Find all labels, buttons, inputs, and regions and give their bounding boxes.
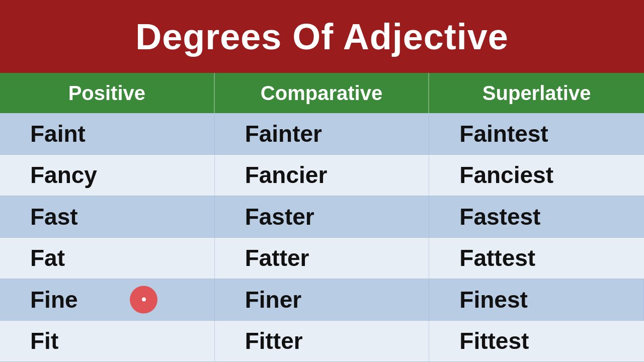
table-row: FineFinerFinest (0, 279, 644, 321)
title-bar: Degrees Of Adjective (0, 0, 644, 73)
table-row: FancyFancierFanciest (0, 155, 644, 197)
table-row: FatFatterFattest (0, 238, 644, 280)
table-row: FaintFainterFaintest (0, 113, 644, 155)
cell-superlative: Fattest (429, 238, 644, 279)
table-row: FitFitterFittest (0, 321, 644, 363)
cell-comparative: Fitter (215, 321, 430, 362)
table-row: FastFasterFastest (0, 196, 644, 238)
cell-positive: Fancy (0, 155, 215, 196)
header-superlative: Superlative (429, 73, 644, 113)
cell-superlative: Fittest (429, 321, 644, 362)
adjective-table: Positive Comparative Superlative FaintFa… (0, 73, 644, 362)
cell-positive: Fast (0, 196, 215, 237)
page-container: Degrees Of Adjective Positive Comparativ… (0, 0, 644, 362)
cell-comparative: Fancier (215, 155, 430, 196)
cell-positive: Fine (0, 279, 215, 320)
cell-positive: Fat (0, 238, 215, 279)
cell-superlative: Faintest (429, 113, 644, 154)
cell-comparative: Fatter (215, 238, 430, 279)
cell-superlative: Fastest (429, 196, 644, 237)
table-header: Positive Comparative Superlative (0, 73, 644, 113)
cell-comparative: Finer (215, 279, 430, 320)
cell-positive: Faint (0, 113, 215, 154)
header-positive: Positive (0, 73, 215, 113)
cell-superlative: Finest (429, 279, 644, 320)
header-comparative: Comparative (215, 73, 430, 113)
cell-comparative: Fainter (215, 113, 430, 154)
cell-superlative: Fanciest (429, 155, 644, 196)
cell-comparative: Faster (215, 196, 430, 237)
table-body: FaintFainterFaintestFancyFancierFanciest… (0, 113, 644, 362)
cell-positive: Fit (0, 321, 215, 362)
page-title: Degrees Of Adjective (135, 16, 509, 57)
